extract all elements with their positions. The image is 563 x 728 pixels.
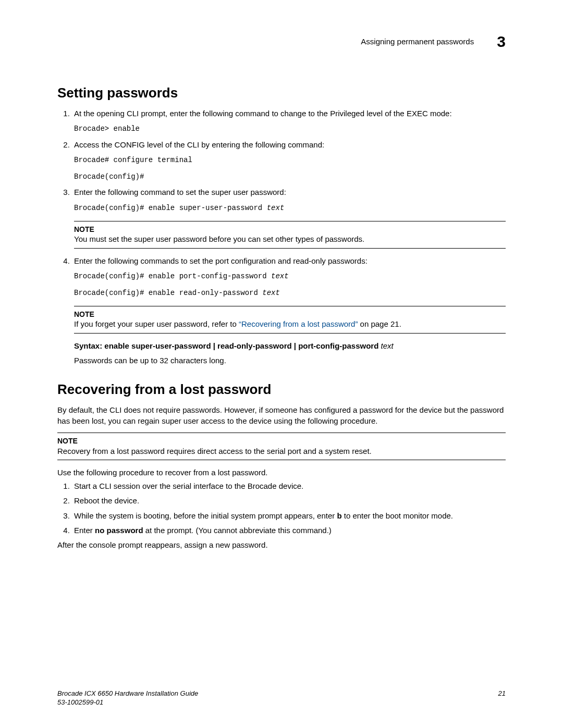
step-1-code: Brocade> enable [74, 123, 506, 135]
recover-step-4-bold: no password [95, 526, 143, 535]
recovering-password-link[interactable]: “Recovering from a lost password” [239, 319, 358, 328]
note-block-3: NOTE Recovery from a lost password requi… [57, 433, 506, 460]
step-3: Enter the following command to set the s… [72, 187, 506, 248]
recover-step-1: Start a CLI session over the serial inte… [72, 481, 506, 491]
step-4-code-b: Brocade(config)# enable read-only-passwo… [74, 287, 506, 300]
recover-step-4-pre: Enter [74, 526, 95, 535]
recovering-intro: By default, the CLI does not require pas… [57, 405, 506, 426]
step-2: Access the CONFIG level of the CLI by en… [72, 140, 506, 183]
step-3-code: Brocade(config)# enable super-user-passw… [74, 202, 506, 215]
footer-doc-title: Brocade ICX 6650 Hardware Installation G… [57, 689, 198, 698]
step-1-text: At the opening CLI prompt, enter the fol… [74, 109, 452, 118]
syntax-line: Syntax: enable super-user-password | rea… [74, 341, 506, 351]
setting-passwords-heading: Setting passwords [57, 84, 506, 102]
recover-step-4-post: at the prompt. (You cannot abbreviate th… [143, 526, 332, 535]
note-2-text: If you forget your super user password, … [74, 319, 506, 329]
recover-step-3: While the system is booting, before the … [72, 511, 506, 521]
recover-step-3-post: to enter the boot monitor mode. [342, 511, 453, 520]
footer-left: Brocade ICX 6650 Hardware Installation G… [57, 689, 198, 707]
step-4: Enter the following commands to set the … [72, 256, 506, 366]
recover-step-3-pre: While the system is booting, before the … [74, 511, 337, 520]
recover-step-3-bold: b [337, 511, 341, 520]
syntax-label: Syntax: [74, 341, 104, 350]
recovering-password-heading: Recovering from a lost password [57, 380, 506, 399]
setting-passwords-steps: At the opening CLI prompt, enter the fol… [57, 108, 506, 366]
step-4b-prefix: Brocade(config)# enable read-only-passwo… [74, 289, 262, 297]
note-2-label: NOTE [74, 310, 506, 319]
step-3-code-italic: text [267, 204, 285, 212]
note-block-2: NOTE If you forget your super user passw… [74, 306, 506, 334]
step-4a-italic: text [271, 272, 289, 280]
recovering-steps: Start a CLI session over the serial inte… [57, 481, 506, 536]
page-header: Assigning permanent passwords 3 [57, 31, 506, 53]
step-4a-prefix: Brocade(config)# enable port-config-pass… [74, 272, 271, 280]
recover-step-4: Enter no password at the prompt. (You ca… [72, 525, 506, 536]
step-4-text: Enter the following commands to set the … [74, 256, 368, 265]
step-2-text: Access the CONFIG level of the CLI by en… [74, 140, 324, 149]
syntax-arg: text [378, 341, 393, 350]
footer-page-number: 21 [498, 689, 506, 707]
step-1: At the opening CLI prompt, enter the fol… [72, 108, 506, 135]
note-3-text: Recovery from a lost password requires d… [57, 446, 506, 456]
step-4b-italic: text [262, 289, 280, 297]
syntax-command: enable super-user-password | read-only-p… [104, 341, 378, 350]
note-3-label: NOTE [57, 436, 506, 446]
step-2-code-a: Brocade# configure terminal [74, 154, 506, 167]
note-block-1: NOTE You must set the super user passwor… [74, 221, 506, 249]
step-3-code-prefix: Brocade(config)# enable super-user-passw… [74, 204, 267, 212]
page-footer: Brocade ICX 6650 Hardware Installation G… [57, 689, 506, 707]
step-2-code-b: Brocade(config)# [74, 171, 506, 183]
step-3-text: Enter the following command to set the s… [74, 188, 286, 196]
recovering-after: After the console prompt reappears, assi… [57, 540, 506, 550]
note-1-text: You must set the super user password bef… [74, 234, 506, 244]
chapter-number: 3 [497, 31, 506, 53]
step-4-code-a: Brocade(config)# enable port-config-pass… [74, 270, 506, 283]
footer-doc-number: 53-1002599-01 [57, 698, 198, 707]
note-2-post: on page 21. [358, 319, 401, 328]
note-1-label: NOTE [74, 225, 506, 235]
note-2-pre: If you forget your super user password, … [74, 319, 239, 328]
password-length-note: Passwords can be up to 32 characters lon… [74, 355, 506, 366]
recovering-lead: Use the following procedure to recover f… [57, 467, 506, 478]
section-title-header: Assigning permanent passwords [361, 36, 474, 47]
recover-step-2: Reboot the device. [72, 496, 506, 506]
